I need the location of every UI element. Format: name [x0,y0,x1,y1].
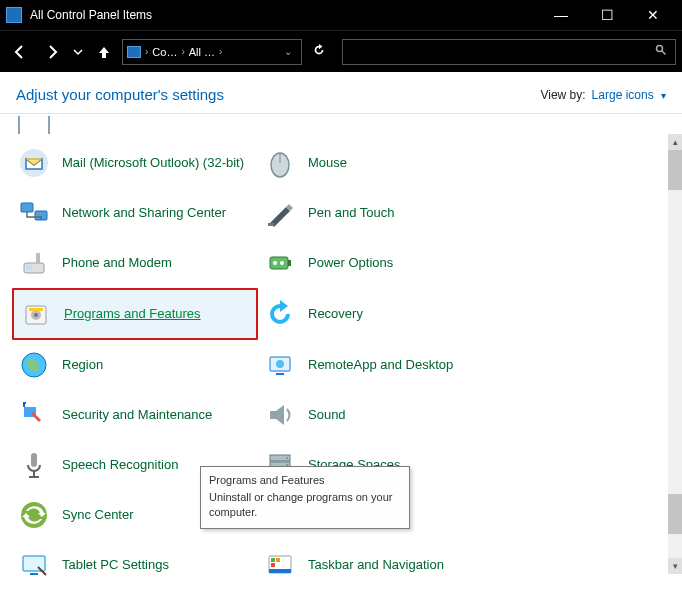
item-label: Programs and Features [64,306,201,322]
refresh-button[interactable] [306,43,332,60]
page-title: Adjust your computer's settings [16,86,540,103]
svg-point-13 [273,261,277,265]
sound-icon [264,399,296,431]
tooltip: Programs and Features Uninstall or chang… [200,466,410,529]
item-programs[interactable]: Programs and Features [12,288,258,340]
svg-rect-7 [268,223,274,226]
remote-icon [264,349,296,381]
address-dropdown[interactable]: ⌄ [279,46,297,57]
item-label: Tablet PC Settings [62,557,169,573]
item-mouse[interactable]: Mouse [258,138,504,188]
taskbar-icon [264,549,296,581]
svg-rect-12 [288,260,291,266]
item-label: Security and Maintenance [62,407,212,423]
svg-rect-9 [36,253,40,263]
search-icon [655,44,667,59]
security-icon [18,399,50,431]
control-panel-icon [6,7,22,23]
item-security[interactable]: Security and Maintenance [12,390,258,440]
item-label: Sync Center [62,507,134,523]
tooltip-body: Uninstall or change programs on your com… [209,490,401,520]
svg-rect-37 [30,573,38,575]
viewby-value: Large icons [592,88,654,102]
item-label: RemoteApp and Desktop [308,357,453,373]
content-area: Mail (Microsoft Outlook) (32-bit) Mouse … [0,114,682,594]
navbar: › Co… › All … › ⌄ [0,30,682,72]
svg-rect-10 [26,265,32,270]
svg-rect-11 [270,257,288,269]
item-label: Taskbar and Navigation [308,557,444,573]
svg-point-22 [276,360,284,368]
search-input[interactable] [342,39,676,65]
item-sound[interactable]: Sound [258,390,504,440]
svg-rect-40 [271,558,275,562]
recovery-icon [264,298,296,330]
scrollbar[interactable]: ▴ ▾ [668,134,682,574]
close-button[interactable]: ✕ [630,0,676,30]
svg-point-0 [657,46,663,52]
breadcrumb-2[interactable]: All … [189,46,215,58]
item-network[interactable]: Network and Sharing Center [12,188,258,238]
svg-rect-36 [23,556,45,571]
scrollbar-thumb-2[interactable] [668,494,682,534]
header-row: Adjust your computer's settings View by:… [0,72,682,114]
item-label: Region [62,357,103,373]
network-icon [18,197,50,229]
minimize-button[interactable]: — [538,0,584,30]
svg-rect-5 [21,203,33,212]
svg-point-14 [280,261,284,265]
breadcrumb-separator: › [145,46,148,57]
item-label: Recovery [308,306,363,322]
phone-icon [18,247,50,279]
item-label: Mouse [308,155,347,171]
item-remote[interactable]: RemoteApp and Desktop [258,340,504,390]
breadcrumb-1[interactable]: Co… [152,46,177,58]
item-label: Phone and Modem [62,255,172,271]
chevron-down-icon: ▾ [661,90,666,101]
recent-dropdown[interactable] [70,38,86,66]
forward-button[interactable] [38,38,66,66]
scroll-up-button[interactable]: ▴ [668,134,682,150]
back-button[interactable] [6,38,34,66]
power-icon [264,247,296,279]
viewby-label: View by: [540,88,585,102]
item-label: Power Options [308,255,393,271]
mouse-icon [264,147,296,179]
item-pen[interactable]: Pen and Touch [258,188,504,238]
scroll-down-button[interactable]: ▾ [668,558,682,574]
item-label: Speech Recognition [62,457,178,473]
svg-rect-41 [276,558,280,562]
item-tablet[interactable]: Tablet PC Settings [12,540,258,590]
sync-icon [18,499,50,531]
breadcrumb-separator: › [219,46,222,57]
pen-icon [264,197,296,229]
item-mail[interactable]: Mail (Microsoft Outlook) (32-bit) [12,138,258,188]
svg-rect-42 [271,563,275,567]
breadcrumb-separator: › [181,46,184,57]
item-label: Sound [308,407,346,423]
svg-rect-23 [31,453,37,467]
item-label: Network and Sharing Center [62,205,226,221]
svg-rect-39 [269,569,291,573]
mail-icon [18,147,50,179]
speech-icon [18,449,50,481]
item-power[interactable]: Power Options [258,238,504,288]
tooltip-title: Programs and Features [209,473,401,488]
item-recovery[interactable]: Recovery [258,288,504,340]
scrollbar-thumb[interactable] [668,150,682,190]
svg-point-29 [286,457,288,459]
up-button[interactable] [90,38,118,66]
address-bar[interactable]: › Co… › All … › ⌄ [122,39,302,65]
tablet-icon [18,549,50,581]
item-region[interactable]: Region [12,340,258,390]
programs-icon [20,298,52,330]
viewby-dropdown[interactable]: Large icons ▾ [592,88,666,102]
svg-rect-18 [29,308,43,311]
svg-rect-21 [276,373,284,375]
item-taskbar[interactable]: Taskbar and Navigation [258,540,504,590]
svg-line-1 [662,51,666,55]
svg-point-17 [34,313,38,317]
maximize-button[interactable]: ☐ [584,0,630,30]
address-icon [127,46,141,58]
item-phone[interactable]: Phone and Modem [12,238,258,288]
